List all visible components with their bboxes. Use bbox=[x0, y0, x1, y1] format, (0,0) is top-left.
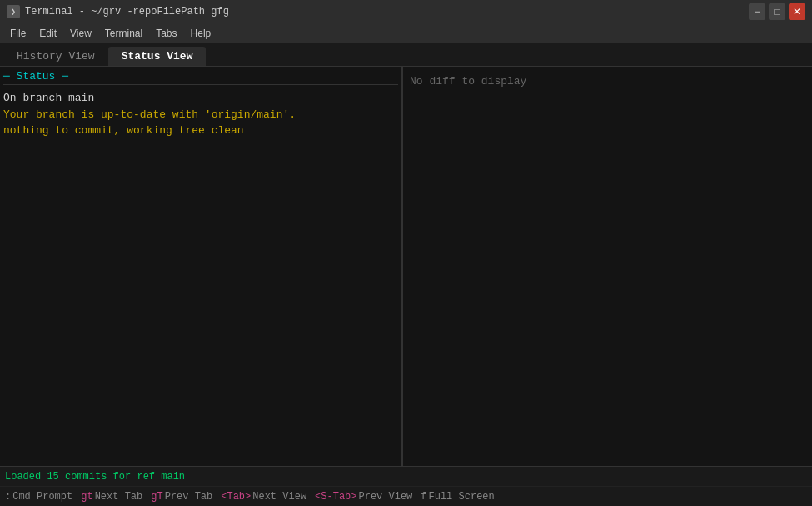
tab-status-view[interactable]: Status View bbox=[108, 47, 207, 66]
menu-edit[interactable]: Edit bbox=[32, 26, 63, 41]
key-stab: <S-Tab> bbox=[315, 491, 356, 503]
tab-bar: History View Status View bbox=[0, 43, 812, 67]
status-line-3: nothing to commit, working tree clean bbox=[3, 123, 398, 139]
key-tab: <Tab> bbox=[221, 491, 251, 503]
key-gT: gT bbox=[151, 491, 162, 503]
minimize-button[interactable]: − bbox=[749, 3, 765, 20]
menu-terminal[interactable]: Terminal bbox=[98, 26, 149, 41]
fullscreen-label: Full Screen bbox=[429, 491, 495, 503]
prev-tab-label: Prev Tab bbox=[165, 491, 213, 503]
titlebar-controls: − □ ✕ bbox=[749, 3, 805, 20]
maximize-button[interactable]: □ bbox=[769, 3, 785, 20]
close-button[interactable]: ✕ bbox=[789, 3, 805, 20]
prev-view-label: Prev View bbox=[359, 491, 413, 503]
menu-view[interactable]: View bbox=[63, 26, 98, 41]
titlebar-title: Terminal - ~/grv -repoFilePath gfg bbox=[25, 6, 229, 18]
next-view-label: Next View bbox=[252, 491, 306, 503]
menu-file[interactable]: File bbox=[3, 26, 32, 41]
keyhints-bar: : Cmd Prompt gt Next Tab gT Prev Tab <Ta… bbox=[0, 486, 812, 506]
terminal-icon: ❯ bbox=[7, 5, 20, 18]
key-gt: gt bbox=[81, 491, 92, 503]
status-line-2: Your branch is up-to-date with 'origin/m… bbox=[3, 107, 398, 123]
colon-hint: : bbox=[5, 491, 11, 503]
status-content: On branch main Your branch is up-to-date… bbox=[3, 90, 398, 139]
status-bar: Loaded 15 commits for ref main bbox=[0, 466, 812, 486]
titlebar-left: ❯ Terminal - ~/grv -repoFilePath gfg bbox=[7, 5, 229, 18]
status-header: ─ Status ─ bbox=[3, 70, 398, 85]
next-tab-label: Next Tab bbox=[95, 491, 143, 503]
panels: ─ Status ─ On branch main Your branch is… bbox=[0, 67, 812, 466]
menu-tabs[interactable]: Tabs bbox=[149, 26, 183, 41]
key-f: f bbox=[421, 491, 426, 503]
status-panel: ─ Status ─ On branch main Your branch is… bbox=[0, 67, 403, 466]
cmd-prompt-label: Cmd Prompt bbox=[12, 491, 72, 503]
main-content: ─ Status ─ On branch main Your branch is… bbox=[0, 67, 812, 506]
titlebar: ❯ Terminal - ~/grv -repoFilePath gfg − □… bbox=[0, 0, 812, 23]
menubar: File Edit View Terminal Tabs Help bbox=[0, 23, 812, 43]
diff-panel: No diff to display bbox=[403, 67, 812, 466]
no-diff-text: No diff to display bbox=[410, 75, 526, 88]
loaded-message: Loaded 15 commits for ref main bbox=[5, 471, 807, 483]
tab-history-view[interactable]: History View bbox=[3, 47, 108, 66]
menu-help[interactable]: Help bbox=[184, 26, 218, 41]
status-line-1: On branch main bbox=[3, 90, 398, 107]
